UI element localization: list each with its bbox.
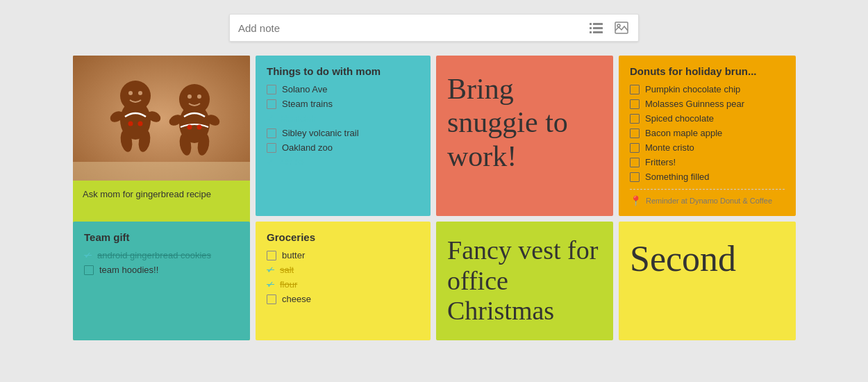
checkbox-bacon[interactable] — [630, 128, 640, 138]
list-item: butter — [267, 250, 419, 260]
checkbox-fritters[interactable] — [630, 158, 640, 167]
svg-point-28 — [187, 94, 192, 99]
list-item: Solano Ave — [267, 84, 419, 94]
fancy-text: Fancy vest for office Christmas — [447, 231, 602, 331]
svg-point-19 — [138, 91, 142, 95]
svg-point-27 — [197, 124, 202, 129]
item-text: Pumpkin chocolate chip — [645, 84, 740, 94]
list-item: Monte cristo — [630, 142, 785, 153]
checkmark-flour: ✓ — [267, 279, 274, 290]
checkbox-cheese[interactable] — [267, 294, 276, 304]
photo-caption-text: Ask mom for gingerbread recipe — [83, 189, 211, 199]
list-item: Steam trains — [267, 99, 419, 109]
photo-caption: Ask mom for gingerbread recipe — [73, 181, 250, 208]
notes-grid: Ask mom for gingerbread recipe Things to… — [0, 53, 868, 343]
item-text: Sibley volcanic trail — [282, 128, 359, 138]
item-text: team hoodies!! — [99, 265, 158, 275]
svg-rect-3 — [593, 27, 603, 29]
checkbox-solano[interactable] — [267, 85, 276, 94]
svg-rect-1 — [593, 23, 603, 25]
list-item: ✓ salt — [267, 265, 419, 275]
search-input[interactable] — [238, 22, 588, 34]
item-text: Montclair — [280, 113, 317, 124]
svg-rect-30 — [73, 162, 250, 181]
checkmark-4thst: ✓ — [267, 157, 274, 167]
checkbox-steam[interactable] — [267, 99, 276, 109]
checkmark-montclair: ✓ — [267, 113, 274, 124]
fancy-vest-card: Fancy vest for office Christmas — [436, 222, 613, 340]
list-item: ✓ Montclair — [267, 113, 419, 124]
image-view-button[interactable] — [613, 20, 630, 35]
item-text: Molasses Guinness pear — [645, 99, 744, 109]
item-text: Bacon maple apple — [645, 128, 722, 138]
item-text: Oakland zoo — [282, 142, 333, 153]
list-item: Molasses Guinness pear — [630, 99, 785, 109]
checkmark-android: ✓ — [84, 250, 92, 260]
list-item: Sibley volcanic trail — [267, 128, 419, 138]
item-text: Monte cristo — [645, 142, 694, 153]
list-item: team hoodies!! — [84, 265, 239, 275]
reminder-section: 📍 Reminder at Dynamo Donut & Coffee — [630, 189, 785, 206]
todo-card-title: Things to do with mom — [267, 65, 419, 77]
second-card: Second — [619, 222, 796, 340]
list-view-button[interactable] — [588, 21, 605, 35]
search-icons — [588, 20, 630, 35]
checkbox-oakland[interactable] — [267, 143, 276, 153]
checkbox-hoodies[interactable] — [84, 265, 94, 275]
big-text-card-1: Bring snuggie to work! — [436, 56, 613, 216]
checkbox-spiced[interactable] — [630, 114, 640, 124]
list-item: Pumpkin chocolate chip — [630, 84, 785, 94]
photo-image — [73, 56, 250, 181]
location-icon: 📍 — [630, 195, 642, 206]
item-text: Steam trains — [282, 99, 333, 109]
checkbox-something[interactable] — [630, 172, 640, 182]
item-text: Something filled — [645, 172, 710, 182]
svg-point-16 — [128, 121, 133, 126]
top-bar — [0, 0, 868, 53]
svg-point-18 — [128, 91, 133, 95]
todo-card: Things to do with mom Solano Ave Steam t… — [256, 56, 431, 216]
svg-point-26 — [187, 124, 192, 129]
team-gift-title: Team gift — [84, 231, 239, 243]
checkbox-molasses[interactable] — [630, 99, 640, 109]
big-text-content-1: Bring snuggie to work! — [447, 65, 602, 180]
donuts-title: Donuts for holiday brun... — [630, 65, 785, 77]
item-text: flour — [280, 279, 297, 290]
svg-point-29 — [197, 94, 201, 99]
team-gift-card: Team gift ✓ android gingerbread cookies … — [73, 222, 250, 340]
svg-rect-5 — [593, 31, 603, 33]
list-item: ✓ android gingerbread cookies — [84, 250, 239, 260]
list-item: Fritters! — [630, 157, 785, 167]
reminder-text: Reminder at Dynamo Donut & Coffee — [646, 197, 772, 205]
checkbox-pumpkin[interactable] — [630, 85, 640, 94]
item-text: butter — [282, 250, 305, 260]
item-text: Fritters! — [645, 157, 676, 167]
list-item: ✓ flour — [267, 279, 419, 290]
list-item: Spiced chocolate — [630, 113, 785, 124]
groceries-title: Groceries — [267, 231, 419, 243]
checkbox-butter[interactable] — [267, 251, 276, 260]
list-item: cheese — [267, 294, 419, 304]
item-text: 4th St — [280, 157, 303, 167]
svg-point-17 — [138, 121, 143, 126]
list-item: Something filled — [630, 172, 785, 182]
svg-rect-0 — [590, 23, 592, 25]
svg-point-11 — [120, 81, 151, 111]
list-item: Bacon maple apple — [630, 128, 785, 138]
search-box — [229, 14, 639, 42]
checkmark-salt: ✓ — [267, 265, 274, 275]
second-text: Second — [630, 231, 785, 287]
donuts-card: Donuts for holiday brun... Pumpkin choco… — [619, 56, 796, 216]
svg-rect-2 — [590, 27, 592, 29]
item-text: Solano Ave — [282, 84, 328, 94]
svg-rect-4 — [590, 31, 592, 33]
checkbox-sibley[interactable] — [267, 128, 276, 138]
item-text: salt — [280, 265, 294, 275]
svg-point-21 — [179, 84, 210, 115]
item-text: cheese — [282, 294, 311, 304]
list-item: ✓ 4th St — [267, 157, 419, 167]
list-item: Oakland zoo — [267, 142, 419, 153]
groceries-card: Groceries butter ✓ salt ✓ flour cheese — [256, 222, 431, 340]
item-text: android gingerbread cookies — [97, 250, 211, 260]
checkbox-monte[interactable] — [630, 143, 640, 153]
